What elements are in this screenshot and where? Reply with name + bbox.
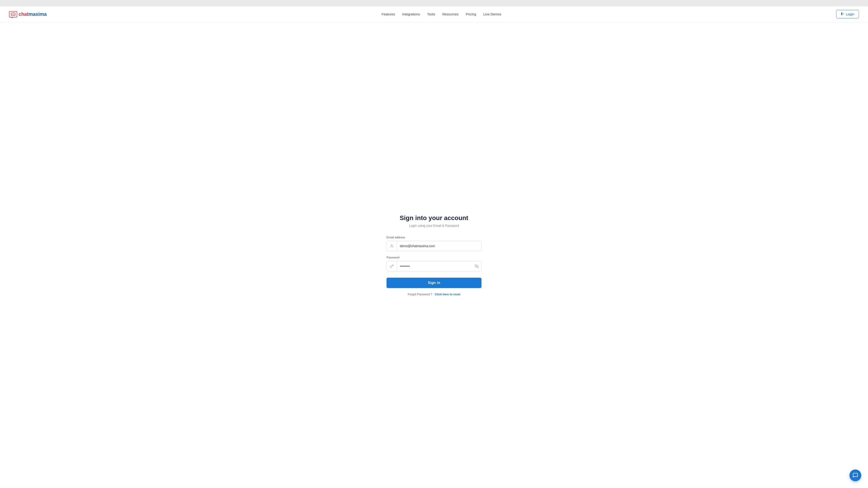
nav-links: Features Integrations Tools Resources Pr…	[381, 12, 501, 16]
password-input[interactable]	[397, 261, 472, 271]
page-wrapper: chatmaxima Features Integrations Tools R…	[0, 6, 868, 488]
login-subtitle: Login using your Email & Password	[409, 224, 459, 228]
email-input-wrapper	[386, 241, 482, 251]
login-title: Sign into your account	[400, 215, 468, 222]
reset-password-link[interactable]: Click here to reset	[435, 293, 460, 296]
login-button-label: Login	[846, 12, 854, 16]
nav-link-pricing[interactable]: Pricing	[466, 12, 476, 16]
login-button[interactable]: Login	[836, 10, 859, 18]
nav-link-tools[interactable]: Tools	[427, 12, 435, 16]
key-icon	[387, 261, 397, 271]
password-form-group: Password	[386, 256, 482, 271]
password-label: Password	[386, 256, 482, 259]
forgot-password-text: Forgot Password ?	[408, 293, 432, 296]
nav-item-resources[interactable]: Resources	[442, 12, 459, 16]
main-content: Sign into your account Login using your …	[0, 22, 868, 488]
nav-item-integrations[interactable]: Integrations	[402, 12, 420, 16]
nav-item-live-demos[interactable]: Live Demos	[483, 12, 501, 16]
logo-text: chatmaxima	[19, 11, 46, 17]
logo[interactable]: chatmaxima	[9, 11, 46, 18]
email-form-group: Email address	[386, 236, 482, 251]
browser-chrome-top	[0, 0, 868, 6]
nav-link-features[interactable]: Features	[381, 12, 395, 16]
chat-widget-button[interactable]	[849, 469, 861, 481]
forgot-password-section: Forgot Password ? Click here to reset	[408, 293, 460, 296]
nav-item-tools[interactable]: Tools	[427, 12, 435, 16]
nav-link-live-demos[interactable]: Live Demos	[483, 12, 501, 16]
svg-point-4	[391, 245, 393, 246]
password-input-wrapper	[386, 261, 482, 271]
login-card: Sign into your account Login using your …	[386, 215, 482, 296]
nav-item-features[interactable]: Features	[381, 12, 395, 16]
user-icon	[387, 241, 397, 251]
logo-icon	[9, 11, 17, 18]
nav-link-resources[interactable]: Resources	[442, 12, 459, 16]
login-form: Email address Password	[386, 236, 482, 293]
sign-in-label: Sign in	[428, 281, 440, 285]
nav-item-pricing[interactable]: Pricing	[466, 12, 476, 16]
email-input[interactable]	[397, 241, 481, 251]
svg-point-1	[12, 14, 13, 14]
eye-off-icon[interactable]	[472, 264, 481, 268]
email-label: Email address	[386, 236, 482, 239]
navbar: chatmaxima Features Integrations Tools R…	[0, 6, 868, 22]
sign-in-button[interactable]: Sign in	[386, 278, 482, 288]
login-icon	[841, 12, 844, 16]
nav-link-integrations[interactable]: Integrations	[402, 12, 420, 16]
svg-point-3	[14, 14, 14, 14]
svg-point-2	[13, 14, 13, 14]
